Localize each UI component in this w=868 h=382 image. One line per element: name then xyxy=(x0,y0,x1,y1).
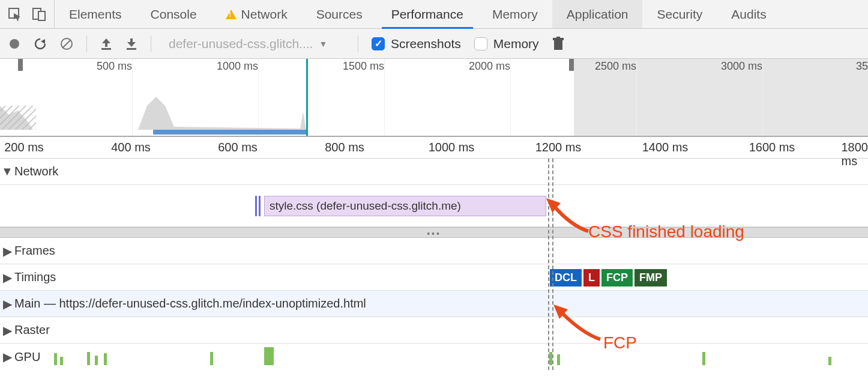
svg-rect-7 xyxy=(127,48,136,50)
track-gpu[interactable]: ▶ GPU xyxy=(0,344,868,370)
track-frames[interactable]: ▶ Frames xyxy=(0,238,868,264)
network-waiting-bar xyxy=(255,196,261,216)
chevron-down-icon: ▼ xyxy=(319,39,327,49)
ruler-tick: 400 ms xyxy=(111,141,151,154)
disclosure-down-icon[interactable]: ▼ xyxy=(0,165,14,178)
track-network-header[interactable]: ▼ Network xyxy=(0,159,868,185)
svg-rect-2 xyxy=(38,11,45,20)
ruler-tick: 200 ms xyxy=(4,141,44,154)
recording-select[interactable]: defer-unused-css.glitch.... ▼ xyxy=(164,35,345,53)
upload-icon[interactable] xyxy=(100,37,112,50)
tracks-container: ▼ Network style.css (defer-unused-css.gl… xyxy=(0,159,868,370)
disclosure-right-icon[interactable]: ▶ xyxy=(0,270,14,285)
timing-fmp[interactable]: FMP xyxy=(634,269,667,286)
ruler-tick: 600 ms xyxy=(218,141,258,154)
clear-icon[interactable] xyxy=(60,37,73,50)
vertical-marker xyxy=(552,159,553,370)
tab-memory[interactable]: Memory xyxy=(478,0,552,28)
timing-markers: DCLLFCPFMP xyxy=(550,269,669,286)
ruler-tick: 800 ms xyxy=(325,141,364,154)
recording-url: defer-unused-css.glitch.... xyxy=(169,37,313,51)
panel-tabs: Elements Console Network Sources Perform… xyxy=(55,0,781,28)
download-icon[interactable] xyxy=(125,37,137,50)
performance-toolbar: defer-unused-css.glitch.... ▼ Screenshot… xyxy=(0,29,868,59)
tab-elements[interactable]: Elements xyxy=(55,0,136,28)
detail-ruler[interactable]: 200 ms 400 ms 600 ms 800 ms 1000 ms 1200… xyxy=(0,137,868,159)
tab-console[interactable]: Console xyxy=(136,0,211,28)
disclosure-right-icon[interactable]: ▶ xyxy=(0,297,14,311)
svg-line-5 xyxy=(62,40,71,48)
device-toggle-icon[interactable] xyxy=(32,8,46,21)
tab-security[interactable]: Security xyxy=(642,0,717,28)
svg-rect-6 xyxy=(101,48,111,50)
screenshots-checkbox[interactable]: Screenshots xyxy=(372,37,461,51)
overview-handle-left[interactable] xyxy=(18,59,23,71)
inspect-icon[interactable] xyxy=(8,8,22,21)
track-network-content[interactable]: style.css (defer-unused-css.glitch.me) xyxy=(0,185,868,227)
tab-network[interactable]: Network xyxy=(211,0,302,28)
timing-dcl[interactable]: DCL xyxy=(550,269,582,286)
timing-l[interactable]: L xyxy=(583,269,600,286)
devtools-tabbar: Elements Console Network Sources Perform… xyxy=(0,0,868,29)
ruler-tick: 1200 ms xyxy=(535,141,582,154)
overview-handle-right[interactable] xyxy=(569,59,574,71)
tabbar-left-icons xyxy=(0,0,55,28)
overview-timeline[interactable]: 500 ms 1000 ms 1500 ms 2000 ms 2500 ms 3… xyxy=(0,59,868,137)
disclosure-right-icon[interactable]: ▶ xyxy=(0,350,14,364)
reload-icon[interactable] xyxy=(34,37,47,50)
track-main[interactable]: ▶ Main — https://defer-unused-css.glitch… xyxy=(0,291,868,317)
overview-network-bar xyxy=(153,130,306,135)
tab-sources[interactable]: Sources xyxy=(302,0,377,28)
disclosure-right-icon[interactable]: ▶ xyxy=(0,244,14,258)
svg-rect-10 xyxy=(556,37,560,38)
record-icon[interactable] xyxy=(8,38,20,50)
ruler-tick: 1000 ms xyxy=(429,141,475,154)
tab-performance[interactable]: Performance xyxy=(377,0,478,28)
svg-rect-8 xyxy=(554,40,562,50)
svg-point-3 xyxy=(10,39,19,49)
overview-cpu-chart xyxy=(0,70,868,130)
warning-icon xyxy=(226,10,237,19)
track-timings[interactable]: ▶ Timings DCLLFCPFMP xyxy=(0,264,868,291)
trash-icon[interactable] xyxy=(552,37,564,51)
checkbox-checked-icon xyxy=(372,37,385,50)
tab-application[interactable]: Application xyxy=(552,0,643,28)
disclosure-right-icon[interactable]: ▶ xyxy=(0,323,14,338)
timing-fcp[interactable]: FCP xyxy=(601,269,633,286)
network-item-stylecss[interactable]: style.css (defer-unused-css.glitch.me) xyxy=(264,196,546,216)
ruler-tick: 1600 ms xyxy=(749,141,795,154)
ruler-tick: 1400 ms xyxy=(642,141,689,154)
track-raster[interactable]: ▶ Raster xyxy=(0,317,868,344)
checkbox-unchecked-icon xyxy=(474,37,487,50)
tab-audits[interactable]: Audits xyxy=(717,0,780,28)
vertical-marker xyxy=(548,159,549,370)
overview-marker xyxy=(306,59,308,136)
track-resizer[interactable]: ••• xyxy=(0,227,868,238)
memory-checkbox[interactable]: Memory xyxy=(474,37,539,51)
